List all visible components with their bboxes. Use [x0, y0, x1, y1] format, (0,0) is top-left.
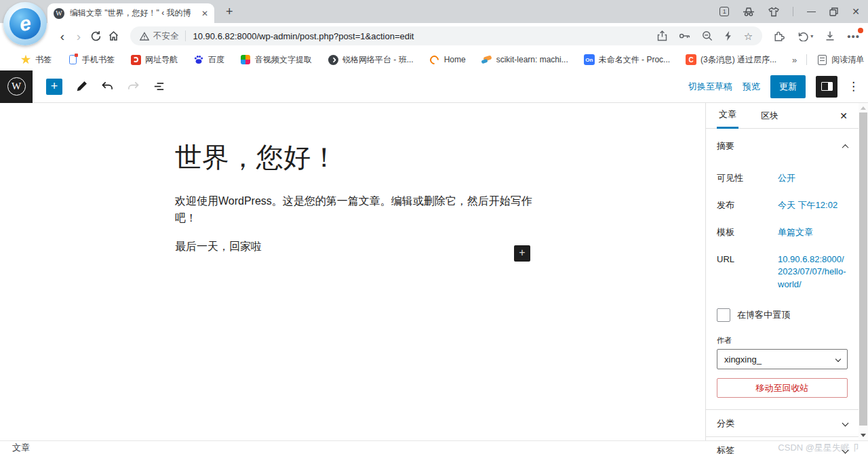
- tab-close-icon[interactable]: ✕: [201, 9, 208, 18]
- security-warning-icon[interactable]: [140, 32, 149, 41]
- bookmarks-divider: [806, 54, 807, 65]
- summary-panel-header[interactable]: 摘要: [717, 138, 848, 154]
- update-button[interactable]: 更新: [770, 75, 806, 98]
- home-button[interactable]: [104, 30, 122, 41]
- theme-tshirt-icon[interactable]: [768, 7, 779, 17]
- notification-dot: [858, 28, 863, 33]
- list-view-icon[interactable]: [153, 80, 165, 93]
- reload-button[interactable]: [87, 30, 104, 42]
- scikit-learn-icon: [481, 54, 492, 65]
- zoom-out-icon[interactable]: [702, 30, 713, 41]
- redo-icon[interactable]: [127, 81, 140, 92]
- history-undo-icon[interactable]: ▾: [797, 30, 813, 41]
- sticky-checkbox[interactable]: [717, 308, 730, 322]
- address-bar[interactable]: 不安全 10.90.6.82:8000/wp-admin/post.php?po…: [130, 26, 762, 45]
- media-transcribe-icon: [240, 54, 251, 65]
- block-inserter-toggle-button[interactable]: +: [46, 79, 62, 95]
- post-paragraph[interactable]: 最后一天，回家啦: [175, 239, 536, 255]
- reading-list-button[interactable]: 阅读清单: [816, 54, 864, 66]
- bookmark-item[interactable]: 百度: [193, 54, 224, 66]
- titlebar-divider: [793, 7, 793, 16]
- append-block-button[interactable]: +: [514, 245, 530, 262]
- share-icon[interactable]: [657, 30, 667, 41]
- editor-toolbar: W + 切换至草稿 预览 更新: [0, 70, 868, 103]
- post-title[interactable]: 世界，您好！: [175, 141, 536, 173]
- download-icon[interactable]: [825, 30, 835, 41]
- sidebar-panel-icon: [821, 82, 833, 91]
- bookmarks-bar: 书签 手机书签 网址导航 百度 音视频文字提取 锐格网络平台 - 班... Ho…: [0, 49, 868, 70]
- section-tags[interactable]: 标签: [706, 436, 859, 454]
- processon-icon: On: [584, 54, 595, 65]
- section-categories[interactable]: 分类: [706, 409, 859, 436]
- bookmark-item[interactable]: 书签: [20, 54, 52, 66]
- settings-sidebar: 文章 区块 ✕ 摘要 可见性 公开 发布 今天 下午12:02: [705, 103, 868, 440]
- wordpress-logo-button[interactable]: W: [0, 70, 33, 103]
- bookmark-item[interactable]: C (3条消息) 通过层序...: [686, 54, 776, 66]
- csdn-icon: C: [686, 54, 696, 65]
- home-ring-icon: [429, 54, 440, 65]
- bookmark-item[interactable]: 网址导航: [130, 54, 178, 66]
- options-kebab-icon[interactable]: ⋮: [848, 79, 859, 94]
- preview-button[interactable]: 预览: [743, 81, 760, 93]
- browser-address-toolbar: ‹ › 不安全 10.90.6.82:8000/wp-admin/post.ph…: [0, 23, 868, 49]
- chevron-up-icon: [842, 144, 849, 150]
- tab-block[interactable]: 区块: [759, 103, 781, 129]
- wordpress-w-icon: W: [7, 77, 26, 96]
- close-sidebar-icon[interactable]: ✕: [840, 110, 848, 121]
- bookmark-item[interactable]: scikit-learn: machi...: [481, 54, 568, 65]
- password-key-icon[interactable]: [679, 31, 690, 41]
- new-tab-button[interactable]: +: [226, 5, 233, 19]
- scroll-up-arrow-icon[interactable]: [861, 106, 866, 110]
- tab-post[interactable]: 文章: [717, 103, 738, 129]
- scroll-down-arrow-icon[interactable]: [861, 434, 866, 437]
- document-breadcrumb[interactable]: 文章: [12, 442, 30, 454]
- post-paragraph[interactable]: 欢迎使用WordPress。这是您的第一篇文章。编辑或删除它，然后开始写作吧！: [175, 193, 536, 227]
- summary-title: 摘要: [717, 140, 734, 152]
- author-select[interactable]: xingxing_: [717, 349, 848, 369]
- wordpress-favicon-icon: W: [54, 8, 64, 19]
- forward-button[interactable]: ›: [71, 30, 87, 43]
- edit-tool-icon[interactable]: [75, 80, 88, 93]
- minimize-button[interactable]: [807, 12, 816, 12]
- bookmark-item[interactable]: On 未命名文件 - Proc...: [584, 54, 670, 66]
- undo-icon[interactable]: [101, 81, 114, 92]
- close-window-button[interactable]: ✕: [852, 6, 860, 17]
- extensions-icon[interactable]: [773, 30, 785, 42]
- url-text[interactable]: 10.90.6.82:8000/wp-admin/post.php?post=1…: [193, 31, 649, 41]
- browser-titlebar: e W 编辑文章 "世界，您好！" ‹ 我的博 ✕ + 1 ✕: [0, 0, 868, 23]
- browser-logo-icon[interactable]: e: [3, 2, 47, 45]
- browser-tab[interactable]: W 编辑文章 "世界，您好！" ‹ 我的博 ✕: [47, 3, 214, 23]
- more-menu-icon[interactable]: •••: [847, 30, 860, 42]
- restore-button[interactable]: [829, 7, 838, 16]
- template-value-link[interactable]: 单篇文章: [778, 226, 848, 239]
- caret-down-icon: ▾: [810, 33, 813, 39]
- settings-sidebar-toggle-button[interactable]: [816, 76, 837, 98]
- move-to-trash-button[interactable]: 移动至回收站: [717, 378, 848, 398]
- visibility-value-link[interactable]: 公开: [778, 172, 848, 185]
- bookmark-item[interactable]: 手机书签: [67, 54, 115, 66]
- phone-bookmark-icon: [67, 54, 78, 65]
- bookmark-item[interactable]: 音视频文字提取: [240, 54, 312, 66]
- field-visibility: 可见性 公开: [717, 172, 848, 185]
- bookmark-item[interactable]: 锐格网络平台 - 班...: [328, 54, 414, 66]
- tab-count-icon[interactable]: 1: [719, 7, 729, 16]
- back-button[interactable]: ‹: [54, 30, 71, 43]
- incognito-icon[interactable]: [743, 7, 755, 17]
- security-warning-label: 不安全: [153, 30, 179, 42]
- bookmarks-overflow-button[interactable]: »: [792, 55, 797, 65]
- author-label: 作者: [717, 335, 848, 346]
- sidebar-scrollbar[interactable]: [859, 103, 868, 440]
- bookmark-item[interactable]: Home: [429, 54, 466, 65]
- lightning-icon[interactable]: [724, 30, 732, 41]
- switch-to-draft-button[interactable]: 切换至草稿: [688, 81, 732, 93]
- baidu-icon: [193, 54, 204, 65]
- scrollbar-thumb[interactable]: [859, 112, 867, 426]
- publish-value-link[interactable]: 今天 下午12:02: [778, 199, 848, 212]
- bookmark-star-icon[interactable]: ☆: [744, 31, 753, 41]
- field-publish: 发布 今天 下午12:02: [717, 199, 848, 212]
- address-divider: [185, 30, 186, 41]
- editor-canvas[interactable]: 世界，您好！ 欢迎使用WordPress。这是您的第一篇文章。编辑或删除它，然后…: [0, 103, 705, 440]
- url-value-link[interactable]: 10.90.6.82:8000/2023/07/07/hello-world/: [778, 253, 848, 292]
- ruige-platform-icon: [328, 54, 338, 65]
- star-icon: [20, 54, 31, 65]
